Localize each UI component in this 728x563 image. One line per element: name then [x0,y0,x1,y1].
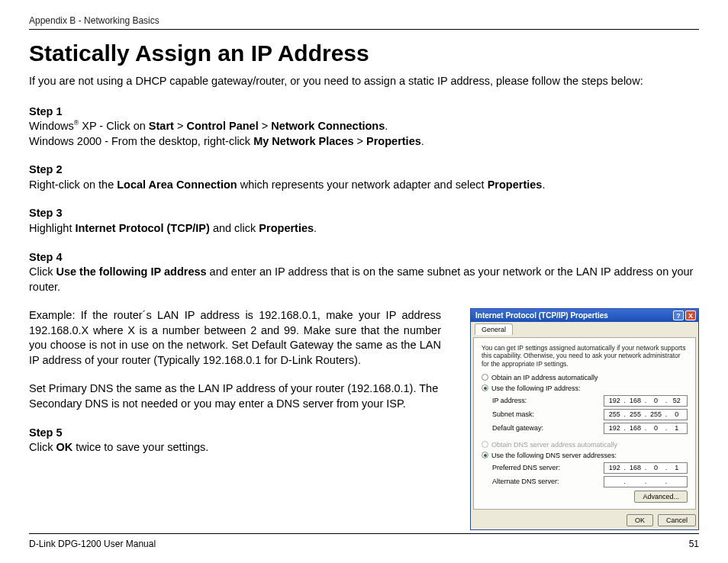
bold: Properties [488,179,543,191]
text: Click [29,441,56,453]
bold: Internet Protocol (TCP/IP) [75,222,209,234]
bold: My Network Places [253,135,353,147]
preferred-dns-input[interactable]: 192.168.0.1 [604,462,688,474]
close-button[interactable]: X [685,310,696,320]
text: Click [29,265,56,278]
step-1: Step 1 Windows® XP - Click on Start > Co… [29,105,699,150]
tcp-ip-properties-dialog: Internet Protocol (TCP/IP) Properties ? … [470,308,699,530]
dialog-title: Internet Protocol (TCP/IP) Properties [475,311,608,320]
subnet-mask-input[interactable]: 255.255.255.0 [604,409,688,420]
radio-obtain-dns-auto: Obtain DNS server address automatically [482,441,688,449]
radio-icon [482,452,488,458]
radio-use-following-ip[interactable]: Use the following IP address: [482,384,688,392]
ip-address-input[interactable]: 192.168.0.52 [604,395,688,407]
ip-address-label: IP address: [492,397,604,404]
radio-label: Obtain an IP address automatically [491,374,598,381]
radio-icon [482,374,488,381]
bold: Properties [259,222,314,234]
text: > [259,120,272,132]
default-gateway-input[interactable]: 192.168.0.1 [604,423,688,434]
text: and click [210,222,259,234]
text: Highlight [29,222,75,234]
radio-icon [482,384,488,391]
step-4-example: Example: If the router´s LAN IP address … [29,308,441,368]
text: . [314,222,317,234]
text: . [542,179,545,191]
bold: OK [56,441,72,453]
step-4-label: Step 4 [29,250,699,265]
alternate-dns-label: Alternate DNS server: [492,478,604,485]
text: Right-click on the [29,179,117,191]
dialog-titlebar[interactable]: Internet Protocol (TCP/IP) Properties ? … [471,309,698,322]
page-number: 51 [689,539,699,549]
default-gateway-label: Default gateway: [492,424,604,432]
page-title: Statically Assign an IP Address [29,40,699,66]
appendix-header: Appendix B - Networking Basics [29,15,699,30]
step-4-dns: Set Primary DNS the same as the LAN IP a… [29,381,441,411]
bold: Properties [366,135,421,147]
help-button[interactable]: ? [673,310,684,320]
text: . [421,135,424,147]
text: > [174,120,187,132]
alternate-dns-row: Alternate DNS server: ... [492,476,688,487]
step-5-label: Step 5 [29,426,441,441]
ok-button[interactable]: OK [627,514,653,526]
default-gateway-row: Default gateway: 192.168.0.1 [492,423,688,434]
preferred-dns-row: Preferred DNS server: 192.168.0.1 [492,462,688,474]
bold: Use the following IP address [56,265,206,278]
text: Windows 2000 - From the desktop, right-c… [29,135,253,147]
text: Windows [29,120,74,132]
preferred-dns-label: Preferred DNS server: [492,464,604,471]
advanced-button[interactable]: Advanced... [634,491,688,503]
step-2-label: Step 2 [29,162,699,178]
text: XP - Click on [79,120,149,132]
bold: Local Area Connection [117,179,237,191]
step-1-label: Step 1 [29,105,699,120]
ip-address-row: IP address: 192.168.0.52 [492,395,688,407]
radio-use-following-dns[interactable]: Use the following DNS server addresses: [482,452,688,459]
subnet-mask-row: Subnet mask: 255.255.255.0 [492,409,688,420]
step-5: Step 5 Click OK twice to save your setti… [29,426,441,455]
bold: Control Panel [186,120,258,132]
dialog-description: You can get IP settings assigned automat… [482,344,688,368]
intro-text: If you are not using a DHCP capable gate… [29,74,699,89]
step-2: Step 2 Right-click on the Local Area Con… [29,162,699,192]
radio-obtain-ip-auto[interactable]: Obtain an IP address automatically [482,374,688,381]
tab-general[interactable]: General [475,323,513,335]
step-3: Step 3 Highlight Internet Protocol (TCP/… [29,206,699,236]
text: . [385,120,388,132]
cancel-button[interactable]: Cancel [658,514,696,526]
page-footer: D-Link DPG-1200 User Manual 51 [29,533,699,549]
bold: Start [149,120,174,132]
step-4: Step 4 Click Use the following IP addres… [29,250,699,295]
step-3-label: Step 3 [29,206,699,221]
radio-label: Use the following IP address: [491,384,580,392]
text: which represents your network adapter an… [237,179,488,191]
alternate-dns-input[interactable]: ... [604,476,688,487]
radio-label: Obtain DNS server address automatically [491,441,617,449]
bold: Network Connections [271,120,385,132]
footer-left: D-Link DPG-1200 User Manual [29,539,156,549]
radio-icon [482,441,488,448]
subnet-mask-label: Subnet mask: [492,410,604,418]
radio-label: Use the following DNS server addresses: [491,452,617,459]
text: twice to save your settings. [72,441,208,453]
text: > [354,135,367,147]
